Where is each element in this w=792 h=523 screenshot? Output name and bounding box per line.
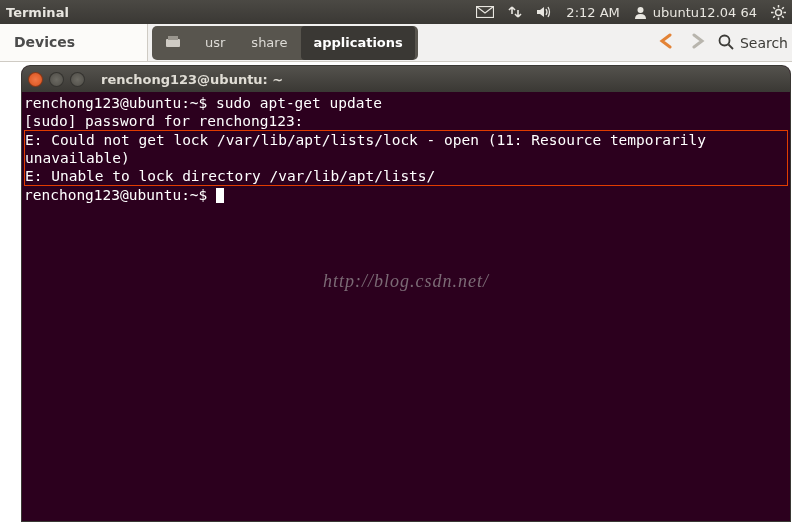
devices-header: Devices [0,24,148,62]
terminal-error-line: E: Unable to lock directory /var/lib/apt… [25,168,435,184]
breadcrumb-usr[interactable]: usr [193,26,237,60]
nav-forward-icon[interactable] [688,33,708,53]
system-panel: Terminal 2:12 AM ubuntu12.04 64 [0,0,792,24]
window-titlebar[interactable]: renchong123@ubuntu: ~ [22,66,790,92]
user-icon [634,6,647,19]
window-minimize-button[interactable] [49,72,64,87]
user-label: ubuntu12.04 64 [653,5,757,20]
svg-line-9 [782,7,784,9]
svg-point-1 [637,7,643,13]
user-menu[interactable]: ubuntu12.04 64 [634,5,757,20]
terminal-error-line: E: Could not get lock /var/lib/apt/lists… [25,132,715,166]
breadcrumb-applications[interactable]: applications [301,26,414,60]
svg-line-8 [782,16,784,18]
mail-icon[interactable] [476,6,494,18]
clock[interactable]: 2:12 AM [566,5,619,20]
app-title: Terminal [6,5,69,20]
error-highlight: E: Could not get lock /var/lib/apt/lists… [24,130,788,186]
svg-line-7 [773,7,775,9]
breadcrumb: usr share applications [152,24,418,62]
file-manager-toolbar: Devices usr share applications Search [0,24,792,62]
terminal-cursor [216,188,224,203]
search-placeholder: Search [740,35,788,51]
nav-back-icon[interactable] [658,33,678,53]
window-close-button[interactable] [28,72,43,87]
terminal-line: renchong123@ubuntu:~$ sudo apt-get updat… [24,95,382,111]
search-box[interactable]: Search [718,34,788,53]
drive-icon [165,34,181,51]
svg-line-14 [728,44,733,49]
network-icon[interactable] [508,5,522,19]
svg-line-10 [773,16,775,18]
window-title: renchong123@ubuntu: ~ [101,72,283,87]
terminal-window: renchong123@ubuntu: ~ renchong123@ubuntu… [22,66,790,521]
svg-rect-12 [168,36,178,40]
gear-icon[interactable] [771,5,786,20]
watermark: http://blog.csdn.net/ [323,272,489,290]
search-icon [718,34,734,53]
breadcrumb-root[interactable] [155,26,191,60]
terminal-prompt: renchong123@ubuntu:~$ [24,187,216,203]
svg-rect-11 [166,39,180,47]
terminal-line: [sudo] password for renchong123: [24,113,303,129]
volume-icon[interactable] [536,5,552,19]
svg-point-2 [776,9,782,15]
svg-point-13 [719,35,729,45]
terminal-body[interactable]: renchong123@ubuntu:~$ sudo apt-get updat… [22,92,790,521]
window-maximize-button[interactable] [70,72,85,87]
breadcrumb-share[interactable]: share [239,26,299,60]
